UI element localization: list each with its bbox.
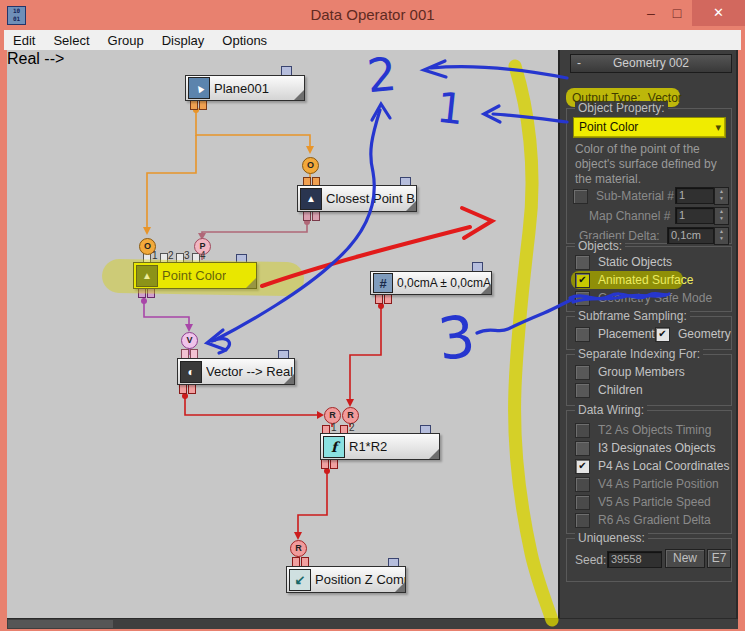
- i3-checkbox[interactable]: [575, 441, 590, 456]
- subframe-sampling-group: Subframe Sampling: Placement ✔ Geometry: [566, 316, 732, 350]
- minimize-button[interactable]: –: [638, 0, 664, 26]
- resize-grip[interactable]: [294, 90, 304, 100]
- node-point-color[interactable]: ▲ Point Color: [133, 262, 257, 289]
- parameters-panel: - Geometry 002 Output Type: Vector Objec…: [558, 50, 738, 618]
- node-plane001[interactable]: ▲ Plane001: [185, 75, 305, 101]
- children-label: Children: [598, 383, 643, 397]
- objects-group-label: Objects:: [575, 239, 625, 253]
- output-stub[interactable]: [321, 459, 329, 469]
- v5-checkbox[interactable]: [575, 495, 590, 510]
- scrollbar-thumb[interactable]: [8, 620, 113, 628]
- animated-surface-checkbox[interactable]: ✔: [575, 273, 590, 288]
- menu-select[interactable]: Select: [44, 33, 98, 48]
- v5-row: V5 As Particle Speed: [575, 495, 711, 509]
- geometry-test-icon: ▲: [300, 188, 322, 210]
- seed-field[interactable]: 39558: [607, 551, 662, 568]
- children-row: Children: [575, 383, 643, 397]
- menu-display[interactable]: Display: [153, 33, 214, 48]
- new-seed-button[interactable]: New: [665, 549, 705, 568]
- node-function-r1r2[interactable]: f R1*R2: [320, 433, 440, 460]
- resize-grip[interactable]: [246, 278, 256, 288]
- output-stub[interactable]: [190, 100, 198, 110]
- resize-grip[interactable]: [284, 374, 294, 384]
- group-members-label: Group Members: [598, 365, 685, 379]
- r6-checkbox[interactable]: [575, 513, 590, 528]
- i3-label: I3 Designates Objects: [598, 441, 715, 455]
- sub-material-label: Sub-Material #: [596, 189, 674, 203]
- node-label: Point Color: [162, 268, 226, 283]
- menu-options[interactable]: Options: [213, 33, 276, 48]
- e7-button[interactable]: E7: [707, 549, 731, 568]
- output-stub[interactable]: [138, 288, 146, 298]
- real-port[interactable]: R: [290, 540, 307, 557]
- children-checkbox[interactable]: [575, 383, 590, 398]
- sub-material-spinner[interactable]: ▲▼: [714, 187, 729, 205]
- output-stub[interactable]: [375, 294, 383, 304]
- property-description: Color of the point of the object's surfa…: [575, 142, 725, 187]
- object-property-dropdown[interactable]: Point Color ▾: [573, 117, 726, 138]
- menu-group[interactable]: Group: [99, 33, 153, 48]
- output-stub[interactable]: [303, 211, 311, 221]
- separate-indexing-group: Separate Indexing For: Group Members Chi…: [566, 354, 732, 406]
- node-graph-canvas[interactable]: ▲ Plane001 O ▲ Closest Point B... O P 1 …: [7, 50, 558, 618]
- title-bar[interactable]: 10 01 Data Operator 001 – □ ✕: [0, 0, 745, 30]
- output-stub[interactable]: [199, 100, 207, 110]
- p4-checkbox[interactable]: ✔: [575, 459, 590, 474]
- resize-grip[interactable]: [406, 201, 416, 211]
- static-objects-checkbox[interactable]: [575, 255, 590, 270]
- node-closest-point[interactable]: ▲ Closest Point B...: [297, 185, 417, 212]
- vector-port[interactable]: V: [181, 332, 198, 349]
- data-wiring-group: Data Wiring: T2 As Objects Timing I3 Des…: [566, 410, 732, 534]
- output-type-label: Output Type:: [572, 91, 641, 105]
- v5-label: V5 As Particle Speed: [598, 495, 711, 509]
- resize-grip[interactable]: [395, 582, 405, 592]
- geometry-label: Geometry: [678, 327, 731, 341]
- close-button[interactable]: ✕: [692, 0, 745, 26]
- rollout-collapse-icon[interactable]: -: [577, 55, 581, 71]
- menu-edit[interactable]: Edit: [4, 33, 44, 48]
- output-stub[interactable]: [330, 459, 338, 469]
- output-stub[interactable]: [188, 384, 196, 394]
- object-property-group: Object Property: Point Color ▾ Color of …: [566, 108, 732, 244]
- placement-checkbox[interactable]: [575, 327, 590, 342]
- sub-material-field[interactable]: 1: [675, 187, 714, 204]
- input-number: 2: [168, 250, 174, 261]
- node-vector-to-real[interactable]: ◐ Vector --> Real: [177, 358, 295, 385]
- output-stub[interactable]: [312, 211, 320, 221]
- geometry-checkbox[interactable]: ✔: [655, 327, 670, 342]
- node-label: Vector --> Real: [206, 364, 293, 379]
- object-port[interactable]: O: [302, 157, 319, 174]
- map-channel-field[interactable]: 1: [675, 207, 714, 224]
- resize-grip[interactable]: [481, 284, 491, 294]
- sub-material-checkbox[interactable]: [573, 189, 588, 204]
- t2-checkbox[interactable]: [575, 423, 590, 438]
- convert-icon: ◐: [180, 361, 202, 383]
- p4-row: ✔ P4 As Local Coordinates: [575, 459, 729, 473]
- map-channel-label: Map Channel #: [589, 209, 670, 223]
- separate-indexing-group-label: Separate Indexing For:: [575, 347, 703, 361]
- group-members-checkbox[interactable]: [575, 365, 590, 380]
- node-scalar-value[interactable]: # 0,0cmA ± 0,0cmA: [370, 271, 492, 295]
- resize-grip[interactable]: [429, 449, 439, 459]
- gradient-delta-field[interactable]: 0,1cm: [667, 227, 714, 244]
- map-channel-spinner[interactable]: ▲▼: [714, 207, 729, 225]
- animated-surface-row: ✔ Animated Surface: [575, 273, 693, 287]
- seed-label: Seed:: [575, 553, 606, 567]
- horizontal-scrollbar[interactable]: [7, 618, 738, 629]
- input-number: 3: [184, 250, 190, 261]
- group-members-row: Group Members: [575, 365, 685, 379]
- t2-row: T2 As Objects Timing: [575, 423, 711, 437]
- function-icon: f: [323, 436, 345, 458]
- output-stub[interactable]: [179, 384, 187, 394]
- output-stub[interactable]: [147, 288, 155, 298]
- rollout-header-geometry-002[interactable]: - Geometry 002: [570, 54, 732, 73]
- v4-checkbox[interactable]: [575, 477, 590, 492]
- gradient-delta-spinner[interactable]: ▲▼: [714, 227, 729, 245]
- maximize-button[interactable]: □: [664, 0, 690, 26]
- geometry-safe-mode-checkbox[interactable]: [575, 291, 590, 306]
- node-position-z-component[interactable]: ↙ Position Z Comp...: [286, 566, 406, 593]
- output-stub[interactable]: [384, 294, 392, 304]
- node-label: Position Z Comp...: [315, 572, 405, 587]
- data-wiring-group-label: Data Wiring:: [575, 403, 647, 417]
- placement-row: Placement: [575, 327, 655, 341]
